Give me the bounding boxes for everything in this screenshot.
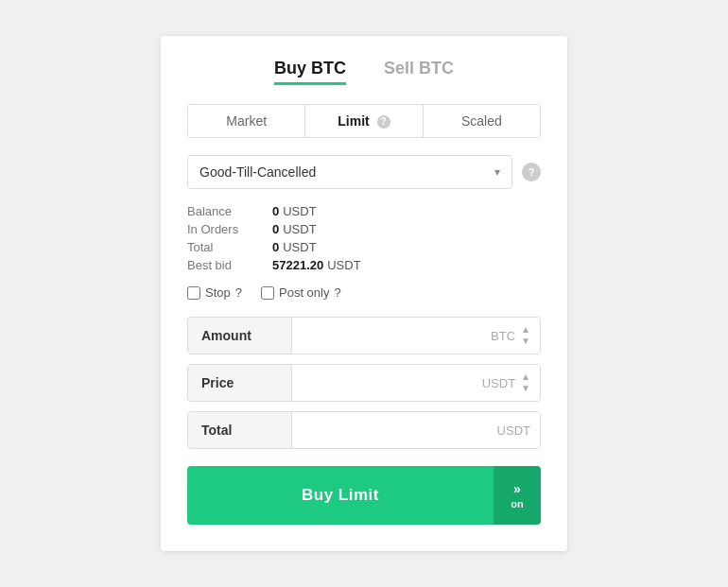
amount-label: Amount (188, 318, 292, 354)
order-expiry-row: Good-Till-Cancelled ▾ ? (187, 155, 541, 189)
total-currency: USDT (497, 423, 530, 438)
dropdown-arrow-icon: ▾ (494, 165, 500, 179)
dropdown-value: Good-Till-Cancelled (199, 164, 316, 180)
amount-field-group: Amount BTC ▲ ▼ (187, 317, 541, 354)
options-row: Stop ? Post only ? (187, 285, 541, 300)
tab-scaled[interactable]: Scaled (424, 105, 540, 137)
order-expiry-dropdown[interactable]: Good-Till-Cancelled ▾ (187, 155, 512, 189)
limit-help-icon[interactable]: ? (377, 115, 390, 129)
balance-row-total: Total 0 USDT (187, 240, 541, 254)
total-input[interactable] (302, 423, 492, 438)
buy-extra-on-label: on (511, 498, 523, 509)
inorders-value: 0 (272, 222, 279, 236)
bestbid-label: Best bid (187, 258, 272, 272)
tab-limit[interactable]: Limit ? (305, 105, 423, 137)
balance-row-inorders: In Orders 0 USDT (187, 222, 541, 236)
tab-sell-btc[interactable]: Sell BTC (384, 59, 454, 85)
balance-row-balance: Balance 0 USDT (187, 204, 541, 218)
stop-checkbox[interactable] (187, 286, 200, 300)
amount-spinner-up[interactable]: ▲ (521, 324, 530, 336)
balance-section: Balance 0 USDT In Orders 0 USDT Total 0 … (187, 204, 541, 272)
amount-input[interactable] (302, 328, 485, 343)
buy-button-row: Buy Limit » on (187, 466, 541, 525)
price-input[interactable] (302, 375, 477, 390)
buy-sell-tabs: Buy BTC Sell BTC (187, 59, 541, 85)
postonly-label: Post only (279, 285, 329, 300)
price-spinner[interactable]: ▲ ▼ (521, 371, 530, 394)
double-arrow-icon: » (513, 481, 521, 496)
price-currency: USDT (482, 376, 515, 390)
balance-label: Balance (187, 204, 272, 218)
bestbid-currency: USDT (327, 258, 360, 272)
total-label: Total (188, 412, 292, 448)
total-balance-label: Total (187, 240, 272, 254)
buy-limit-extra-button[interactable]: » on (494, 466, 541, 525)
price-spinner-down[interactable]: ▼ (521, 383, 530, 394)
amount-input-wrap: BTC ▲ ▼ (292, 318, 540, 354)
balance-row-bestbid: Best bid 57221.20 USDT (187, 258, 541, 272)
inorders-currency: USDT (283, 222, 316, 236)
tab-market-label: Market (226, 113, 267, 129)
stop-help-icon[interactable]: ? (235, 285, 242, 300)
postonly-checkbox[interactable] (261, 286, 274, 300)
buy-limit-button[interactable]: Buy Limit (187, 466, 494, 525)
stop-label: Stop (205, 285, 231, 300)
price-field-group: Price USDT ▲ ▼ (187, 364, 541, 402)
stop-checkbox-item[interactable]: Stop ? (187, 285, 242, 300)
balance-currency: USDT (283, 204, 316, 218)
trading-card: Buy BTC Sell BTC Market Limit ? Scaled G… (161, 36, 567, 551)
price-label: Price (188, 365, 292, 401)
amount-spinner-down[interactable]: ▼ (521, 336, 530, 347)
bestbid-value: 57221.20 (272, 258, 323, 272)
postonly-help-icon[interactable]: ? (334, 285, 340, 300)
tab-buy-btc[interactable]: Buy BTC (274, 59, 346, 85)
inorders-label: In Orders (187, 222, 272, 236)
total-input-wrap: USDT (292, 412, 540, 448)
total-balance-value: 0 (272, 240, 279, 254)
price-spinner-up[interactable]: ▲ (521, 371, 530, 383)
tab-market[interactable]: Market (188, 105, 305, 137)
total-field-group: Total USDT (187, 411, 541, 449)
tab-scaled-label: Scaled (461, 113, 502, 129)
balance-value: 0 (272, 204, 279, 218)
tab-limit-label: Limit (338, 113, 369, 129)
price-input-wrap: USDT ▲ ▼ (292, 365, 540, 401)
dropdown-info-icon[interactable]: ? (522, 163, 541, 181)
order-type-tabs: Market Limit ? Scaled (187, 104, 541, 138)
total-balance-currency: USDT (283, 240, 316, 254)
amount-spinner[interactable]: ▲ ▼ (521, 324, 530, 347)
postonly-checkbox-item[interactable]: Post only ? (261, 285, 341, 300)
amount-currency: BTC (491, 329, 515, 343)
